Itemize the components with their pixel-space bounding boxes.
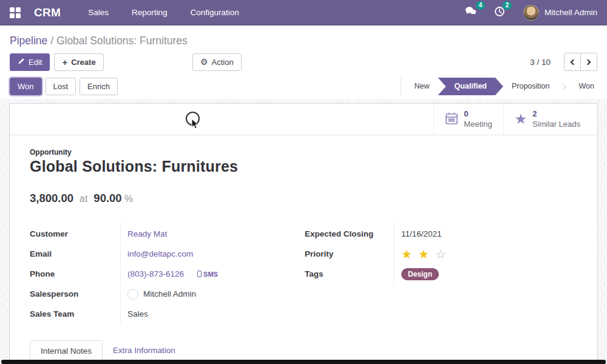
form-view-background: 0 Meeting ★ 2 Similar Leads Opportunity …	[0, 99, 607, 364]
user-avatar	[523, 5, 539, 21]
breadcrumb-current: Global Solutions: Furnitures	[56, 35, 188, 47]
edit-button-label: Edit	[29, 58, 42, 67]
opportunity-title: Global Solutions: Furnitures	[30, 158, 577, 175]
screen-bottom-bar	[1, 360, 606, 364]
email-label: Email	[30, 249, 120, 258]
stage-qualified[interactable]: Qualified	[438, 78, 503, 95]
expected-closing-label: Expected Closing	[305, 229, 394, 238]
similar-leads-count: 2	[532, 109, 580, 119]
activities-button[interactable]: 2	[494, 6, 505, 19]
action-button[interactable]: ⚙ Action	[192, 53, 242, 71]
breadcrumb: Pipeline / Global Solutions: Furnitures	[10, 35, 188, 47]
field-row-customer: Customer Ready Mat	[30, 224, 305, 244]
gear-icon: ⚙	[200, 58, 208, 66]
messages-badge: 4	[476, 1, 485, 10]
status-row: Won Lost Enrich New Qualified Propositio…	[10, 74, 597, 99]
pager-counter: 3 / 10	[530, 58, 551, 67]
button-box: 0 Meeting ★ 2 Similar Leads	[10, 104, 597, 135]
enrich-button[interactable]: Enrich	[80, 78, 118, 95]
priority-star-1-icon[interactable]: ★	[401, 248, 413, 260]
messages-button[interactable]: 4	[465, 6, 478, 19]
tab-extra-information[interactable]: Extra Information	[103, 340, 186, 361]
form-sheet: Opportunity Global Solutions: Furnitures…	[10, 135, 597, 362]
sales-team-value[interactable]: Sales	[127, 309, 148, 318]
at-word: at	[80, 194, 87, 204]
field-row-sales-team: Sales Team Sales	[30, 304, 305, 324]
action-button-label: Action	[212, 58, 234, 67]
stage-statusbar: New Qualified Proposition Won	[401, 78, 607, 95]
priority-star-2-icon[interactable]: ★	[418, 248, 430, 260]
mouse-cursor-icon	[191, 118, 200, 130]
stage-proposition[interactable]: Proposition	[499, 78, 563, 95]
chevron-left-icon	[571, 59, 577, 65]
actions-row: Edit + Create ⚙ Action 3 / 10	[10, 50, 597, 74]
breadcrumb-pipeline[interactable]: Pipeline	[10, 35, 47, 47]
lost-button[interactable]: Lost	[46, 78, 76, 95]
mobile-phone-icon	[197, 271, 202, 277]
salesperson-value[interactable]: Mitchell Admin	[143, 289, 196, 298]
meeting-stat-button[interactable]: 0 Meeting	[433, 104, 503, 135]
expected-closing-value[interactable]: 11/16/2021	[401, 229, 442, 238]
customer-label: Customer	[30, 229, 120, 238]
plus-icon: +	[62, 58, 67, 67]
probability-value: 90.00	[93, 192, 121, 205]
meeting-count: 0	[464, 109, 492, 119]
field-row-tags: Tags Design	[305, 264, 577, 284]
menu-sales[interactable]: Sales	[76, 0, 120, 25]
email-value-link[interactable]: info@deltapc.com	[127, 249, 193, 258]
salesperson-avatar	[127, 289, 138, 300]
customer-value-link[interactable]: Ready Mat	[127, 229, 167, 238]
navbar-right: 4 2 Mitchell Admin	[449, 5, 597, 21]
fields-grid: Customer Ready Mat Email info@deltapc.co…	[30, 224, 577, 324]
tag-design[interactable]: Design	[401, 268, 439, 280]
user-menu[interactable]: Mitchell Admin	[523, 5, 597, 21]
similar-leads-label: Similar Leads	[532, 120, 580, 129]
similar-leads-stat-button[interactable]: ★ 2 Similar Leads	[503, 104, 591, 135]
record-type-label: Opportunity	[30, 148, 577, 157]
loading-spinner-cursor	[186, 112, 202, 130]
priority-stars: ★★☆	[394, 244, 577, 264]
tab-internal-notes[interactable]: Internal Notes	[30, 340, 103, 362]
notebook-tabs: Internal Notes Extra Information	[30, 340, 577, 362]
stage-won[interactable]: Won	[566, 78, 607, 95]
field-row-priority: Priority ★★☆	[305, 244, 577, 264]
salesperson-label: Salesperson	[30, 289, 120, 298]
sms-label: SMS	[203, 271, 218, 278]
won-button[interactable]: Won	[10, 78, 42, 95]
edit-button[interactable]: Edit	[10, 53, 50, 71]
calendar-icon	[445, 112, 458, 127]
menu-configuration[interactable]: Configuration	[179, 0, 251, 25]
expected-revenue: 3,800.00	[30, 192, 73, 205]
pencil-icon	[18, 58, 25, 67]
control-panel: Pipeline / Global Solutions: Furnitures …	[0, 25, 607, 99]
tags-label: Tags	[305, 269, 394, 278]
star-icon: ★	[515, 112, 527, 126]
apps-menu-icon[interactable]	[10, 7, 21, 18]
breadcrumb-separator: /	[47, 35, 56, 47]
field-row-salesperson: Salesperson Mitchell Admin	[30, 284, 305, 304]
main-menu: Sales Reporting Configuration	[76, 0, 251, 25]
sms-button[interactable]: SMS	[197, 271, 218, 278]
field-row-email: Email info@deltapc.com	[30, 244, 305, 264]
priority-star-3-icon[interactable]: ☆	[435, 248, 447, 260]
top-navbar: CRM Sales Reporting Configuration 4 2	[0, 0, 607, 25]
activities-badge: 2	[503, 1, 512, 10]
chevron-right-icon	[585, 59, 591, 65]
stage-new[interactable]: New	[401, 78, 442, 95]
user-name: Mitchell Admin	[544, 8, 597, 17]
pager-next-button[interactable]	[580, 53, 597, 71]
menu-reporting[interactable]: Reporting	[120, 0, 179, 25]
pager-previous-button[interactable]	[564, 53, 581, 71]
percent-sign: %	[124, 194, 133, 204]
priority-label: Priority	[305, 249, 394, 258]
app-brand[interactable]: CRM	[34, 6, 61, 19]
pager: 3 / 10	[530, 53, 597, 71]
phone-label: Phone	[30, 269, 120, 278]
create-button[interactable]: + Create	[54, 53, 103, 71]
meeting-label: Meeting	[464, 120, 492, 129]
phone-value-link[interactable]: (803)-873-6126	[127, 269, 184, 278]
create-button-label: Create	[71, 58, 95, 67]
field-row-expected-closing: Expected Closing 11/16/2021	[305, 224, 577, 244]
expected-revenue-row: 3,800.00 at 90.00 %	[30, 192, 577, 205]
field-row-phone: Phone (803)-873-6126 SMS	[30, 264, 305, 284]
